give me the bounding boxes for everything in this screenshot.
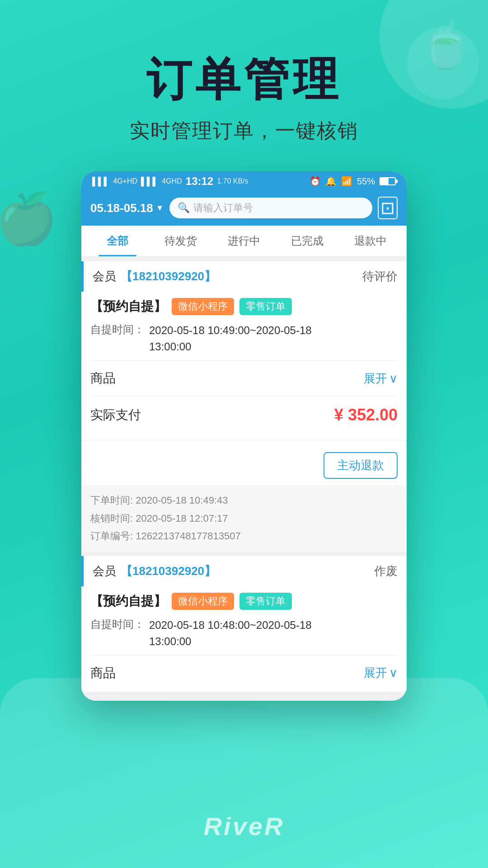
order-card-2: 会员 【18210392920】 作废 【预约自提】 微信小程序 零售订单 自提…: [81, 556, 407, 692]
signal-label-1: 4G+HD: [113, 177, 137, 185]
order-card-1-body: 【预约自提】 微信小程序 零售订单 自提时间： 2020-05-18 10:49…: [81, 292, 407, 434]
battery-percent: 55%: [357, 176, 375, 187]
goods-row-1: 商品 展开 ∨: [90, 366, 398, 391]
member-info-1: 会员 【18210392920】: [93, 269, 216, 284]
status-right: ⏰ 🔔 📶 55%: [310, 176, 396, 187]
order-time-1: 下单时间: 2020-05-18 10:49:43: [90, 491, 398, 509]
goods-label-2: 商品: [90, 665, 116, 682]
order-card-1-header: 会员 【18210392920】 待评价: [81, 261, 407, 292]
tab-inprogress[interactable]: 进行中: [212, 226, 276, 256]
member-phone-2[interactable]: 【18210392920】: [121, 563, 216, 579]
payment-value-1: ¥ 352.00: [334, 406, 398, 425]
order-status-2: 作废: [374, 563, 398, 579]
status-left: ▌▌▌ 4G+HD ▌▌▌ 4GHD 13:12 1.70 KB/s: [92, 175, 249, 188]
badge-wechat-2: 微信小程序: [172, 593, 234, 610]
wifi-icon: 📶: [341, 176, 352, 187]
orders-container: 会员 【18210392920】 待评价 【预约自提】 微信小程序 零售订单 自…: [81, 257, 407, 701]
member-info-2: 会员 【18210392920】: [93, 563, 216, 579]
member-label-2: 会员: [93, 563, 116, 579]
date-range-label: 05.18-05.18: [90, 201, 153, 215]
order-meta-1: 下单时间: 2020-05-18 10:49:43 核销时间: 2020-05-…: [81, 485, 407, 552]
alarm-icon: ⏰: [310, 176, 321, 187]
pickup-value-1: 2020-05-18 10:49:00~2020-05-1813:00:00: [149, 322, 312, 355]
order-card-1: 会员 【18210392920】 待评价 【预约自提】 微信小程序 零售订单 自…: [81, 261, 407, 552]
divider-1b: [90, 396, 398, 396]
battery-icon: [380, 177, 396, 185]
order-type-text-1: 【预约自提】: [90, 298, 166, 315]
status-time: 13:12: [186, 175, 213, 188]
search-input-wrap[interactable]: 🔍 请输入订单号: [169, 198, 372, 218]
date-dropdown-icon: ▼: [156, 203, 164, 213]
order-status-1: 待评价: [362, 269, 398, 284]
bottom-branding: RiveR: [204, 811, 285, 841]
pickup-value-2: 2020-05-18 10:48:00~2020-05-1813:00:00: [149, 617, 312, 650]
notification-icon: 🔔: [325, 176, 337, 187]
verify-time-1: 核销时间: 2020-05-18 12:07:17: [90, 509, 398, 528]
tab-completed[interactable]: 已完成: [276, 226, 339, 256]
signal-icon-1: ▌▌▌: [92, 177, 109, 186]
chevron-down-icon-1: ∨: [389, 372, 398, 386]
status-speed: 1.70 KB/s: [217, 177, 248, 185]
member-phone-1[interactable]: 【18210392920】: [121, 269, 216, 284]
order-type-text-2: 【预约自提】: [90, 593, 166, 610]
payment-row-1: 实际支付 ¥ 352.00: [90, 402, 398, 428]
divider-2a: [90, 655, 398, 656]
divider-1a: [90, 360, 398, 361]
badge-retail-1: 零售订单: [239, 298, 292, 315]
expand-btn-2[interactable]: 展开 ∨: [364, 665, 398, 681]
date-selector[interactable]: 05.18-05.18 ▼: [90, 201, 164, 215]
pickup-time-row-1: 自提时间： 2020-05-18 10:49:00~2020-05-1813:0…: [90, 322, 398, 355]
tabs-bar: 全部 待发货 进行中 已完成 退款中: [81, 226, 407, 257]
tab-refunding[interactable]: 退款中: [339, 226, 402, 256]
page-title: 订单管理: [18, 54, 470, 104]
order-type-row-1: 【预约自提】 微信小程序 零售订单: [90, 298, 398, 315]
page-subtitle: 实时管理订单，一键核销: [18, 118, 470, 144]
search-icon: 🔍: [178, 202, 190, 214]
goods-row-2: 商品 展开 ∨: [90, 661, 398, 685]
card-action-1: 主动退款: [81, 446, 407, 485]
phone-mockup: ▌▌▌ 4G+HD ▌▌▌ 4GHD 13:12 1.70 KB/s ⏰ 🔔 📶…: [81, 171, 407, 701]
refund-button-1[interactable]: 主动退款: [324, 452, 398, 479]
expand-btn-1[interactable]: 展开 ∨: [364, 371, 398, 387]
deco-teapot: 🍵: [418, 18, 474, 71]
order-type-row-2: 【预约自提】 微信小程序 零售订单: [90, 593, 398, 610]
goods-label-1: 商品: [90, 370, 116, 387]
order-card-2-header: 会员 【18210392920】 作废: [81, 556, 407, 586]
pickup-time-row-2: 自提时间： 2020-05-18 10:48:00~2020-05-1813:0…: [90, 617, 398, 650]
tab-all[interactable]: 全部: [86, 226, 149, 256]
status-bar: ▌▌▌ 4G+HD ▌▌▌ 4GHD 13:12 1.70 KB/s ⏰ 🔔 📶…: [81, 171, 407, 191]
header-section: 订单管理 实时管理订单，一键核销: [0, 0, 488, 171]
divider-1c: [81, 440, 407, 440]
scan-icon[interactable]: ⊡: [378, 197, 398, 219]
badge-retail-2: 零售订单: [239, 593, 292, 610]
chevron-down-icon-2: ∨: [389, 666, 398, 680]
payment-label-1: 实际支付: [90, 406, 141, 424]
pickup-label-2: 自提时间：: [90, 617, 145, 632]
tab-pending[interactable]: 待发货: [149, 226, 212, 256]
search-area: 05.18-05.18 ▼ 🔍 请输入订单号 ⊡: [81, 191, 407, 226]
order-no-1: 订单编号: 1262213748177813507: [90, 527, 398, 545]
pickup-label-1: 自提时间：: [90, 322, 145, 337]
deco-apple: 🍎: [0, 190, 57, 248]
badge-wechat-1: 微信小程序: [172, 298, 234, 315]
signal-icon-2: ▌▌▌: [141, 177, 158, 186]
member-label-1: 会员: [93, 269, 116, 284]
search-placeholder-text: 请输入订单号: [193, 201, 253, 215]
order-card-2-body: 【预约自提】 微信小程序 零售订单 自提时间： 2020-05-18 10:48…: [81, 586, 407, 692]
signal-label-2: 4GHD: [162, 177, 182, 185]
